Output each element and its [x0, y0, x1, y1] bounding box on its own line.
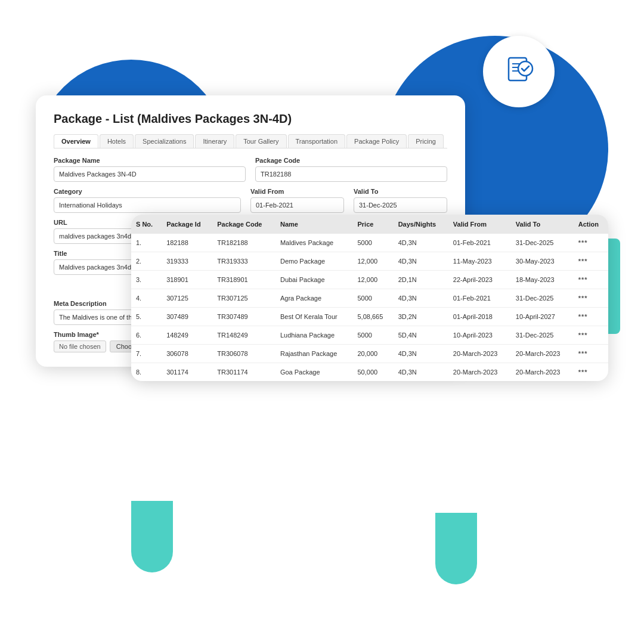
tab-itinerary[interactable]: Itinerary [195, 134, 234, 148]
tab-overview[interactable]: Overview [54, 134, 98, 148]
table-cell-days: 4D,3N [394, 345, 448, 363]
package-name-group: Package Name [54, 157, 246, 182]
table-cell-id: 148249 [162, 326, 212, 345]
table-cell-days: 4D,3N [394, 252, 448, 271]
main-container: Package - List (Maldives Packages 3N-4D)… [36, 95, 608, 572]
table-cell-price: 12,000 [352, 271, 393, 289]
package-code-label: Package Code [255, 157, 447, 164]
table-cell-name: Rajasthan Package [275, 345, 353, 363]
table-cell-action[interactable]: *** [574, 308, 608, 326]
table-cell-valid_from: 01-April-2018 [448, 308, 511, 326]
table-row: 2.319333TR319333Demo Package12,0004D,3N1… [131, 252, 608, 271]
table-cell-price: 12,000 [352, 252, 393, 271]
table-cell-code: TR306078 [212, 345, 275, 363]
table-row: 4.307125TR307125Agra Package50004D,3N01-… [131, 289, 608, 308]
icon-circle [483, 36, 555, 107]
table-row: 1.182188TR182188Maldives Package50004D,3… [131, 234, 608, 252]
col-valid-from: Valid From [448, 215, 511, 234]
table-cell-valid_to: 10-April-2027 [511, 308, 574, 326]
table-cell-valid_from: 20-March-2023 [448, 345, 511, 363]
table-cell-code: TR318901 [212, 271, 275, 289]
package-name-input[interactable] [54, 166, 246, 182]
table-cell-name: Maldives Package [275, 234, 353, 252]
packages-table: S No. Package Id Package Code Name Price… [131, 215, 608, 381]
table-cell-valid_to: 31-Dec-2025 [511, 234, 574, 252]
table-row: 8.301174TR301174Goa Package50,0004D,3N20… [131, 363, 608, 382]
tab-package-policy[interactable]: Package Policy [346, 134, 407, 148]
table-cell-price: 20,000 [352, 345, 393, 363]
valid-to-group: Valid To [354, 188, 447, 213]
table-cell-days: 5D,4N [394, 326, 448, 345]
tabs-row: Overview Hotels Specializations Itinerar… [54, 134, 447, 148]
table-cell-action[interactable]: *** [574, 326, 608, 345]
table-cell-sno: 1. [131, 234, 162, 252]
table-cell-code: TR319333 [212, 252, 275, 271]
tab-pricing[interactable]: Pricing [408, 134, 444, 148]
table-cell-sno: 4. [131, 289, 162, 308]
table-cell-valid_from: 20-March-2023 [448, 363, 511, 382]
table-row: 7.306078TR306078Rajasthan Package20,0004… [131, 345, 608, 363]
col-days-nights: Days/Nights [394, 215, 448, 234]
table-cell-action[interactable]: *** [574, 363, 608, 382]
table-cell-id: 307125 [162, 289, 212, 308]
table-cell-name: Goa Package [275, 363, 353, 382]
table-row: 5.307489TR307489Best Of Kerala Tour5,08,… [131, 308, 608, 326]
valid-to-input[interactable] [354, 197, 447, 213]
tab-specializations[interactable]: Specializations [135, 134, 194, 148]
table-cell-name: Dubai Package [275, 271, 353, 289]
table-cell-id: 307489 [162, 308, 212, 326]
table-cell-valid_to: 31-Dec-2025 [511, 289, 574, 308]
col-name: Name [275, 215, 353, 234]
tab-hotels[interactable]: Hotels [100, 134, 134, 148]
table-cell-price: 5,08,665 [352, 308, 393, 326]
table-cell-price: 5000 [352, 234, 393, 252]
file-no-chosen: No file chosen [54, 340, 106, 352]
table-cell-code: TR301174 [212, 363, 275, 382]
package-code-group: Package Code [255, 157, 447, 182]
table-cell-valid_to: 20-March-2023 [511, 363, 574, 382]
table-cell-sno: 5. [131, 308, 162, 326]
col-action: Action [574, 215, 608, 234]
package-code-input[interactable] [255, 166, 447, 182]
col-sno: S No. [131, 215, 162, 234]
col-valid-to: Valid To [511, 215, 574, 234]
table-cell-action[interactable]: *** [574, 289, 608, 308]
document-review-icon [498, 51, 540, 92]
table-cell-id: 319333 [162, 252, 212, 271]
table-cell-price: 50,000 [352, 363, 393, 382]
table-cell-action[interactable]: *** [574, 252, 608, 271]
table-cell-action[interactable]: *** [574, 345, 608, 363]
tab-transportation[interactable]: Transportation [288, 134, 346, 148]
table-cell-valid_from: 01-Feb-2021 [448, 289, 511, 308]
category-group: Category [54, 188, 241, 213]
form-row-2: Category Valid From Valid To [54, 188, 447, 213]
table-cell-sno: 7. [131, 345, 162, 363]
table-cell-days: 3D,2N [394, 308, 448, 326]
table-cell-id: 301174 [162, 363, 212, 382]
valid-from-group: Valid From [250, 188, 344, 213]
table-cell-action[interactable]: *** [574, 234, 608, 252]
table-cell-code: TR182188 [212, 234, 275, 252]
table-cell-id: 318901 [162, 271, 212, 289]
table-cell-name: Demo Package [275, 252, 353, 271]
table-cell-price: 5000 [352, 289, 393, 308]
package-name-label: Package Name [54, 157, 246, 164]
table-cell-valid_to: 18-May-2023 [511, 271, 574, 289]
form-card-title: Package - List (Maldives Packages 3N-4D) [54, 112, 447, 126]
table-cell-days: 2D,1N [394, 271, 448, 289]
table-row: 6.148249TR148249Ludhiana Package50005D,4… [131, 326, 608, 345]
category-input[interactable] [54, 197, 241, 213]
category-label: Category [54, 188, 241, 195]
svg-point-4 [518, 61, 532, 76]
col-package-code: Package Code [212, 215, 275, 234]
table-header-row: S No. Package Id Package Code Name Price… [131, 215, 608, 234]
table-row: 3.318901TR318901Dubai Package12,0002D,1N… [131, 271, 608, 289]
table-cell-valid_to: 30-May-2023 [511, 252, 574, 271]
table-cell-valid_from: 10-April-2023 [448, 326, 511, 345]
table-cell-action[interactable]: *** [574, 271, 608, 289]
valid-from-input[interactable] [250, 197, 344, 213]
tab-tour-gallery[interactable]: Tour Gallery [236, 134, 286, 148]
table-cell-code: TR307489 [212, 308, 275, 326]
table-cell-valid_to: 31-Dec-2025 [511, 326, 574, 345]
table-cell-valid_from: 22-April-2023 [448, 271, 511, 289]
